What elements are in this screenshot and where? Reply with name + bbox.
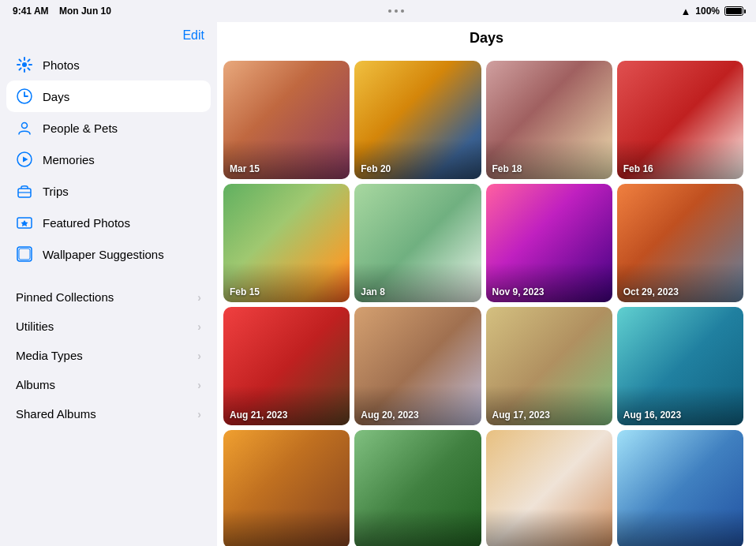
photo-cell-14[interactable]: [354, 430, 481, 546]
status-time-date: 9:41 AM Mon Jun 10: [13, 6, 111, 17]
sidebar-sections: Pinned Collections › Utilities › Media T…: [0, 282, 217, 428]
trips-icon: [16, 182, 33, 200]
photo-cell-1[interactable]: Mar 15: [223, 61, 350, 179]
photo-cell-15[interactable]: [486, 430, 612, 546]
sidebar-item-utilities[interactable]: Utilities ›: [6, 312, 211, 341]
status-bar: 9:41 AM Mon Jun 10 ▲ 100%: [0, 0, 756, 22]
sidebar: Edit Photo: [0, 22, 217, 546]
photo-label-8: Oct 29, 2023: [623, 286, 679, 297]
photo-label-4: Feb 16: [623, 163, 653, 174]
status-center-dots: [388, 9, 404, 13]
people-pets-icon: [16, 119, 33, 136]
utilities-label: Utilities: [16, 320, 54, 333]
svg-line-7: [28, 60, 29, 62]
sidebar-item-people-pets[interactable]: People & Pets: [6, 112, 211, 144]
sidebar-item-albums[interactable]: Albums ›: [6, 370, 211, 399]
content-title: Days: [470, 30, 503, 46]
photo-cell-6[interactable]: Jan 8: [354, 184, 481, 302]
dot-3: [401, 9, 404, 13]
app-container: Edit Photo: [0, 22, 756, 546]
photo-label-1: Mar 15: [230, 163, 260, 174]
svg-rect-18: [19, 249, 30, 260]
photo-label-10: Aug 20, 2023: [361, 410, 418, 421]
battery-bar: [724, 6, 743, 16]
wallpaper-icon: [16, 245, 33, 263]
sidebar-nav: Photos Days: [0, 46, 217, 273]
sidebar-item-photos[interactable]: Photos: [6, 49, 211, 80]
pinned-collections-chevron: ›: [197, 291, 201, 304]
utilities-chevron: ›: [197, 320, 201, 333]
dot-2: [395, 9, 398, 13]
pinned-collections-label: Pinned Collections: [16, 290, 114, 304]
featured-photos-icon: [16, 214, 33, 231]
photos-icon: [16, 56, 33, 73]
photo-label-12: Aug 16, 2023: [623, 410, 681, 421]
status-date: Mon Jun 10: [59, 6, 111, 17]
sidebar-item-wallpaper-suggestions[interactable]: Wallpaper Suggestions: [6, 238, 211, 270]
photo-label-3: Feb 18: [492, 163, 522, 174]
sidebar-item-shared-albums[interactable]: Shared Albums ›: [6, 399, 211, 428]
photo-cell-3[interactable]: Feb 18: [486, 61, 612, 179]
sidebar-item-trips[interactable]: Trips: [6, 175, 211, 207]
photo-cell-8[interactable]: Oct 29, 2023: [617, 184, 743, 302]
content-area: Days Mar 15Feb 20Feb 18Feb 16Feb 15Jan 8…: [217, 22, 756, 546]
svg-point-10: [22, 123, 28, 129]
photo-cell-4[interactable]: Feb 16: [617, 61, 743, 179]
sidebar-header: Edit: [0, 22, 217, 46]
photo-label-6: Jan 8: [361, 286, 385, 297]
photo-label-2: Feb 20: [361, 163, 391, 174]
sidebar-trips-label: Trips: [43, 185, 69, 198]
media-types-chevron: ›: [197, 350, 201, 362]
svg-line-8: [20, 68, 21, 69]
sidebar-item-media-types[interactable]: Media Types ›: [6, 341, 211, 370]
photo-label-7: Nov 9, 2023: [492, 286, 545, 297]
photo-label-9: Aug 21, 2023: [230, 410, 287, 421]
photo-cell-7[interactable]: Nov 9, 2023: [486, 184, 612, 302]
photo-cell-13[interactable]: [223, 430, 350, 546]
photo-gradient-overlay: [486, 509, 612, 546]
wifi-icon: ▲: [680, 6, 691, 17]
photo-label-5: Feb 15: [230, 286, 260, 297]
sidebar-people-pets-label: People & Pets: [43, 122, 118, 135]
status-right: ▲ 100%: [680, 6, 743, 17]
sidebar-photos-label: Photos: [43, 58, 80, 72]
edit-button[interactable]: Edit: [182, 28, 204, 43]
shared-albums-chevron: ›: [197, 408, 201, 421]
photo-label-11: Aug 17, 2023: [492, 410, 550, 421]
sidebar-item-memories[interactable]: Memories: [6, 144, 211, 175]
dot-1: [388, 9, 391, 13]
photo-cell-12[interactable]: Aug 16, 2023: [617, 307, 743, 425]
albums-label: Albums: [16, 378, 55, 391]
sidebar-days-label: Days: [43, 90, 69, 103]
photo-gradient-overlay: [354, 509, 481, 546]
photo-cell-5[interactable]: Feb 15: [223, 184, 350, 302]
photo-cell-2[interactable]: Feb 20: [354, 61, 481, 179]
photo-grid: Mar 15Feb 20Feb 18Feb 16Feb 15Jan 8Nov 9…: [217, 54, 756, 546]
days-icon: [16, 88, 33, 105]
sidebar-wallpaper-label: Wallpaper Suggestions: [43, 248, 164, 261]
photo-gradient-overlay: [617, 509, 743, 546]
sidebar-item-featured-photos[interactable]: Featured Photos: [6, 207, 211, 238]
svg-marker-12: [23, 157, 28, 163]
shared-albums-label: Shared Albums: [16, 407, 96, 421]
battery-percent: 100%: [695, 6, 720, 17]
photo-cell-16[interactable]: [617, 430, 743, 546]
sidebar-memories-label: Memories: [43, 153, 95, 166]
battery-indicator: [724, 6, 743, 16]
media-types-label: Media Types: [16, 349, 83, 362]
svg-line-6: [28, 68, 29, 69]
albums-chevron: ›: [197, 379, 201, 391]
content-header: Days: [217, 22, 756, 54]
sidebar-item-pinned-collections[interactable]: Pinned Collections ›: [6, 282, 211, 312]
sidebar-featured-photos-label: Featured Photos: [43, 216, 130, 230]
battery-fill: [726, 8, 742, 14]
status-time: 9:41 AM: [13, 6, 49, 17]
svg-marker-16: [21, 220, 28, 226]
photo-cell-10[interactable]: Aug 20, 2023: [354, 307, 481, 425]
svg-point-0: [22, 62, 27, 67]
memories-icon: [16, 151, 33, 168]
sidebar-item-days[interactable]: Days: [6, 80, 211, 112]
photo-cell-11[interactable]: Aug 17, 2023: [486, 307, 612, 425]
svg-line-5: [20, 60, 21, 62]
photo-cell-9[interactable]: Aug 21, 2023: [223, 307, 350, 425]
